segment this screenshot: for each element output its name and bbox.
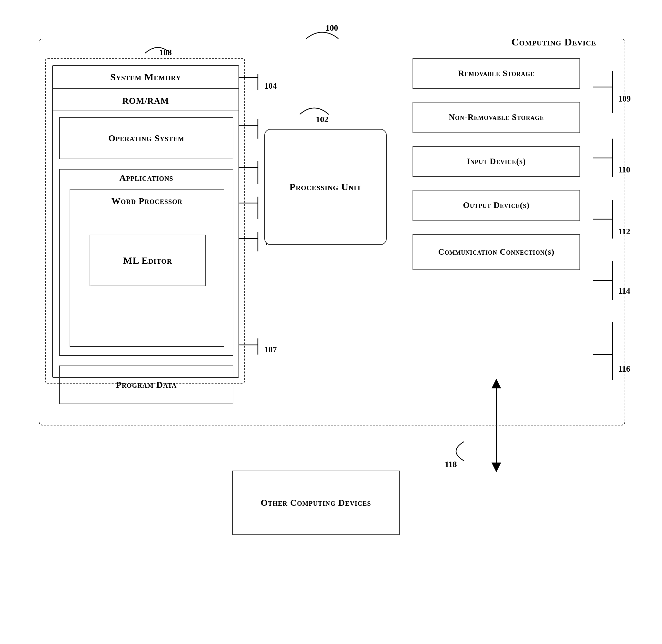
- system-memory-box: System Memory ROM/RAM Operating System A…: [52, 65, 239, 378]
- ref-114: 114: [618, 286, 631, 296]
- ref-118: 118: [445, 460, 457, 469]
- non-removable-storage-box: Non-Removable Storage: [413, 102, 580, 133]
- ref-102: 102: [316, 115, 328, 124]
- rom-ram-label: ROM/RAM: [122, 96, 169, 106]
- rom-ram-row: ROM/RAM: [53, 92, 238, 111]
- ref-107: 107: [264, 345, 277, 354]
- ref-109: 109: [618, 94, 631, 104]
- word-processor-label: Word Processor: [70, 195, 224, 207]
- ref-110: 110: [618, 165, 631, 175]
- ml-editor-box: ML Editor: [90, 235, 206, 286]
- communication-connections-box: Communication Connection(s): [413, 234, 580, 270]
- program-data-label: Program Data: [116, 379, 177, 391]
- ref-104: 104: [264, 81, 277, 91]
- input-devices-box: Input Device(s): [413, 146, 580, 177]
- output-devices-box: Output Device(s): [413, 190, 580, 221]
- system-memory-outer: System Memory ROM/RAM Operating System A…: [45, 58, 245, 384]
- removable-storage-label: Removable Storage: [458, 68, 534, 79]
- os-label: Operating System: [108, 133, 184, 144]
- non-removable-storage-label: Non-Removable Storage: [449, 112, 544, 123]
- output-devices-label: Output Device(s): [463, 200, 530, 211]
- system-memory-title: System Memory: [110, 72, 181, 82]
- computing-device-label: Computing Device: [509, 36, 599, 48]
- applications-box: Applications Word Processor ML Editor: [59, 169, 233, 356]
- system-memory-header: System Memory: [53, 66, 238, 89]
- ref-100: 100: [325, 23, 338, 33]
- other-computing-devices-box: Other Computing Devices: [232, 470, 400, 535]
- right-column: Removable Storage Non-Removable Storage …: [413, 58, 593, 283]
- ml-editor-label: ML Editor: [123, 255, 172, 266]
- ref-116: 116: [618, 364, 631, 374]
- processing-unit-label: Processing Unit: [290, 180, 362, 194]
- svg-marker-23: [492, 462, 501, 472]
- other-computing-devices-label: Other Computing Devices: [261, 497, 371, 509]
- ref-112: 112: [618, 227, 631, 236]
- communication-connections-label: Communication Connection(s): [438, 246, 554, 258]
- removable-storage-box: Removable Storage: [413, 58, 580, 89]
- word-processor-box: Word Processor ML Editor: [70, 189, 224, 347]
- os-box: Operating System: [59, 117, 233, 159]
- ref-108: 108: [159, 48, 172, 58]
- input-devices-label: Input Device(s): [467, 156, 526, 167]
- program-data-box: Program Data: [59, 366, 233, 404]
- processing-unit-box: Processing Unit: [264, 129, 387, 245]
- applications-label: Applications: [60, 173, 233, 183]
